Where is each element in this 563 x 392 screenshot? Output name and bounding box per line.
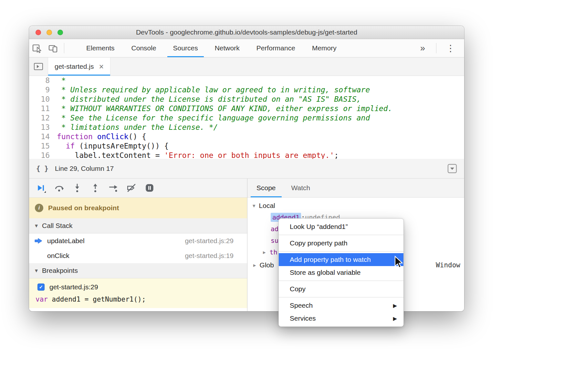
menu-item-add-property-path-to-watch[interactable]: Add property path to watch [279, 253, 403, 266]
code-line: 9 * Unless required by applicable law or… [29, 85, 464, 95]
toolbar-divider [64, 43, 64, 53]
more-tabs-icon[interactable]: » [412, 39, 433, 57]
deactivate-breakpoints-icon [126, 183, 137, 193]
breakpoint-entry[interactable]: ✓ get-started.js:29 var addend1 = getNum… [29, 278, 247, 308]
scope-section-label: Glob [260, 261, 274, 269]
menu-item-speech[interactable]: Speech ▶ [279, 299, 403, 312]
breakpoints-title: Breakpoints [42, 267, 78, 274]
tab-console[interactable]: Console [123, 39, 165, 57]
breakpoint-snippet: var addend1 = getNumber1(); [29, 293, 247, 305]
menu-separator [279, 297, 403, 297]
breakpoint-checkbox[interactable]: ✓ [37, 284, 45, 291]
code-line: 14 function onClick() { [29, 132, 464, 141]
tab-performance[interactable]: Performance [248, 39, 304, 57]
chevron-right-icon[interactable]: ▸ [263, 249, 266, 256]
line-number[interactable]: 15 [29, 141, 50, 151]
context-menu: Look Up “addend1” Copy property path Add… [278, 218, 404, 327]
call-stack-header[interactable]: ▾ Call Stack [29, 218, 247, 233]
file-tab-label: get-started.js [55, 63, 94, 70]
menu-item-look-up[interactable]: Look Up “addend1” [279, 220, 403, 233]
breakpoint-label: get-started.js:29 [49, 283, 98, 291]
line-number[interactable]: 10 [29, 95, 50, 104]
tab-elements[interactable]: Elements [78, 39, 123, 57]
code-editor: 8 * 9 * Unless required by applicable la… [29, 76, 464, 159]
deactivate-breakpoints-button[interactable] [123, 181, 140, 195]
line-number[interactable]: 11 [29, 104, 50, 113]
variable-name: su [271, 237, 278, 244]
step-over-button[interactable] [51, 181, 67, 195]
frame-function-name: onClick [47, 252, 69, 260]
tab-sources[interactable]: Sources [165, 39, 206, 57]
step-icon [108, 183, 119, 193]
call-stack-frame[interactable]: onClick get-started.js:19 [29, 248, 247, 263]
main-toolbar: Elements Console Sources Network Perform… [29, 39, 464, 57]
zoom-button[interactable] [57, 30, 63, 35]
device-toolbar-button[interactable] [45, 39, 61, 57]
line-number[interactable]: 14 [29, 132, 50, 141]
line-number[interactable]: 12 [29, 113, 50, 123]
menu-item-copy-property-path[interactable]: Copy property path [279, 237, 403, 250]
step-into-button[interactable] [69, 181, 85, 195]
inspect-element-button[interactable] [29, 39, 45, 57]
menu-item-services[interactable]: Services ▶ [279, 312, 403, 325]
panel-toggle-icon [447, 164, 457, 173]
pretty-print-icon[interactable]: { } [36, 165, 48, 172]
menu-item-store-as-global-variable[interactable]: Store as global variable [279, 266, 403, 279]
line-number[interactable]: 8 [29, 76, 50, 85]
paused-message: Paused on breakpoint [48, 204, 119, 212]
step-out-button[interactable] [87, 181, 103, 195]
inspect-cursor-icon [32, 43, 42, 53]
tab-scope[interactable]: Scope [249, 179, 284, 197]
panel-toggle-button[interactable] [447, 164, 457, 173]
step-into-icon [72, 183, 82, 193]
global-scope-value: Window [436, 261, 460, 269]
toolbar-right: » ⋮ [412, 39, 464, 57]
tab-watch[interactable]: Watch [284, 179, 318, 197]
submenu-arrow-icon: ▶ [393, 315, 397, 322]
scope-section-label: Local [259, 202, 275, 210]
menu-item-copy[interactable]: Copy [279, 283, 403, 295]
tab-network[interactable]: Network [206, 39, 248, 57]
line-number[interactable]: 9 [29, 85, 50, 95]
chevron-down-icon[interactable]: ▾ [35, 267, 38, 274]
tab-memory[interactable]: Memory [304, 39, 345, 57]
current-frame-arrow-icon [34, 238, 43, 244]
window-title: DevTools - googlechrome.github.io/devtoo… [136, 28, 357, 36]
panel-tabs: Elements Console Sources Network Perform… [78, 39, 345, 57]
resume-button[interactable] [33, 181, 49, 195]
code-line: 15 if (inputsAreEmpty()) { [29, 141, 464, 151]
menu-separator [279, 251, 403, 252]
device-toolbar-icon [48, 43, 58, 53]
close-button[interactable] [36, 30, 41, 35]
call-stack-frame[interactable]: updateLabel get-started.js:29 [29, 233, 247, 248]
debug-toolbar [29, 179, 247, 198]
kebab-menu-icon[interactable]: ⋮ [439, 39, 462, 57]
line-number[interactable]: 13 [29, 123, 50, 132]
breakpoints-header[interactable]: ▾ Breakpoints [29, 263, 247, 278]
scope-section-local[interactable]: ▾ Local [247, 200, 464, 211]
minimize-button[interactable] [47, 30, 52, 35]
navigator-toggle-button[interactable] [29, 57, 48, 76]
submenu-arrow-icon: ▶ [393, 303, 397, 309]
line-number[interactable]: 16 [29, 151, 50, 159]
resume-icon [36, 183, 46, 193]
call-stack-title: Call Stack [42, 222, 73, 230]
navigator-toggle-icon [34, 62, 43, 71]
step-out-icon [90, 183, 100, 193]
close-tab-icon[interactable]: × [99, 63, 104, 71]
paused-banner: i Paused on breakpoint [29, 198, 247, 218]
chevron-down-icon[interactable]: ▾ [35, 222, 38, 229]
step-over-icon [54, 183, 64, 193]
code-line: 13 * limitations under the License. */ [29, 123, 464, 132]
chevron-right-icon[interactable]: ▸ [253, 262, 256, 269]
variable-name: ad [271, 225, 278, 233]
code-line: 8 * [29, 76, 464, 85]
file-tab-get-started[interactable]: get-started.js × [48, 57, 110, 76]
chevron-down-icon[interactable]: ▾ [253, 202, 255, 209]
file-tab-bar: get-started.js × [29, 57, 464, 76]
frame-function-name: updateLabel [47, 237, 85, 245]
step-button[interactable] [105, 181, 121, 195]
pause-on-exceptions-button[interactable] [141, 181, 158, 195]
window-controls [36, 30, 63, 35]
toolbar-divider [436, 43, 436, 53]
